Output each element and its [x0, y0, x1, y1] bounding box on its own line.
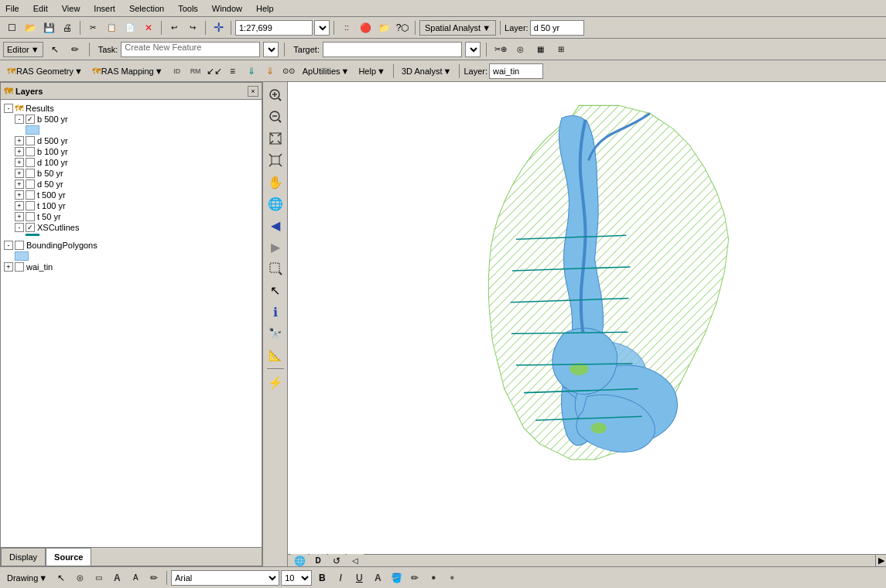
font-select[interactable]: Arial: [171, 570, 279, 586]
edit-btn3[interactable]: ▦: [532, 41, 549, 58]
wai-checkbox[interactable]: [15, 262, 24, 272]
list-item[interactable]: + t 50 yr: [4, 211, 258, 222]
tool1[interactable]: ::: [338, 19, 355, 36]
lightning-btn[interactable]: ⚡: [265, 372, 286, 392]
tool2[interactable]: 🔴: [357, 19, 374, 36]
edit-btn2[interactable]: ◎: [512, 41, 529, 58]
edit-btn1[interactable]: ✂⊕: [492, 41, 509, 58]
target-dropdown[interactable]: ▼: [465, 42, 481, 57]
measure-btn[interactable]: 📐: [265, 345, 286, 365]
list-item[interactable]: + d 500 yr: [4, 135, 258, 146]
full-extent-btn[interactable]: [265, 128, 286, 149]
sketch-tool[interactable]: ✏: [67, 41, 84, 58]
analyst-3d-btn[interactable]: 3D Analyst ▼: [398, 63, 455, 79]
spatial-analyst-btn[interactable]: Spatial Analyst ▼: [419, 20, 496, 36]
paste-btn[interactable]: 📄: [121, 19, 139, 36]
identify-btn[interactable]: ℹ: [265, 302, 286, 322]
drawing-pointer[interactable]: ↖: [53, 569, 70, 586]
t50-checkbox[interactable]: [26, 212, 35, 221]
font-color-btn[interactable]: A: [369, 569, 386, 586]
editor-dropdown[interactable]: Editor ▼: [3, 42, 43, 57]
pointer-btn[interactable]: ↖: [265, 280, 286, 300]
scroll-right-btn[interactable]: ▶: [875, 555, 886, 566]
t100-checkbox[interactable]: [26, 201, 35, 210]
ras-lines-btn[interactable]: ≡: [224, 63, 241, 80]
list-item[interactable]: + b 50 yr: [4, 168, 258, 179]
expand-b50-btn[interactable]: +: [15, 169, 24, 178]
fill-btn[interactable]: 🪣: [388, 569, 405, 586]
drawing-dropdown[interactable]: Drawing ▼: [3, 570, 51, 586]
d100-checkbox[interactable]: [26, 158, 35, 167]
drawing-rect[interactable]: ▭: [90, 569, 107, 586]
expand-wai-btn[interactable]: +: [4, 262, 13, 272]
drawing-text-a2[interactable]: A: [127, 569, 144, 586]
expand-t100-btn[interactable]: +: [15, 201, 24, 210]
underline-btn[interactable]: U: [351, 569, 368, 586]
expand-d500-btn[interactable]: +: [15, 136, 24, 145]
scale-input[interactable]: [235, 20, 313, 36]
ras-arrow2-btn[interactable]: ⇓: [243, 63, 260, 80]
ras-arrow1-btn[interactable]: ↙↙: [206, 63, 223, 80]
ras-mapping-btn[interactable]: 🗺 RAS Mapping ▼: [88, 63, 167, 79]
dot2-btn[interactable]: •: [443, 569, 460, 586]
delete-btn[interactable]: ✕: [140, 19, 157, 36]
expand-xsc-btn[interactable]: -: [15, 223, 24, 232]
print-btn[interactable]: 🖨: [59, 19, 76, 36]
hyperlink-btn[interactable]: 🔭: [265, 323, 286, 344]
expand-d100-btn[interactable]: +: [15, 158, 24, 167]
back-btn[interactable]: ◀: [265, 215, 286, 235]
close-panel-btn[interactable]: ×: [248, 86, 258, 97]
expand-b500-btn[interactable]: -: [15, 115, 24, 124]
scroll-refresh-btn[interactable]: ↺: [328, 552, 345, 567]
layer-extent-btn[interactable]: [265, 150, 286, 170]
d500-checkbox[interactable]: [26, 136, 35, 145]
menu-edit[interactable]: Edit: [31, 3, 50, 14]
drawing-circle[interactable]: ◎: [71, 569, 88, 586]
undo-btn[interactable]: ↩: [166, 19, 183, 36]
list-item[interactable]: + d 50 yr: [4, 179, 258, 190]
zoom-in-btn[interactable]: [265, 85, 286, 105]
new-btn[interactable]: ☐: [3, 19, 20, 36]
scroll-left-btn[interactable]: ◁: [347, 552, 364, 567]
tool3[interactable]: 📁: [375, 19, 392, 36]
redo-btn[interactable]: ↪: [184, 19, 201, 36]
task-dropdown[interactable]: ▼: [263, 42, 279, 57]
drawing-text-a[interactable]: A: [108, 569, 125, 586]
list-item[interactable]: - b 500 yr: [4, 114, 258, 125]
target-field[interactable]: [323, 42, 462, 57]
t500-checkbox[interactable]: [26, 190, 35, 200]
list-item[interactable]: - 🗺 Results: [4, 103, 258, 114]
menu-tools[interactable]: Tools: [176, 3, 200, 14]
menu-window[interactable]: Window: [210, 3, 245, 14]
tool4[interactable]: ?⬡: [394, 19, 411, 36]
ras-node-btn[interactable]: ⊙⊙: [280, 63, 297, 80]
list-item[interactable]: + d 100 yr: [4, 157, 258, 168]
drawing-edit[interactable]: ✏: [145, 569, 162, 586]
dot-btn[interactable]: •: [425, 569, 442, 586]
scroll-d-btn[interactable]: D: [310, 552, 327, 567]
ap-utilities-btn[interactable]: ApUtilities ▼: [299, 63, 354, 79]
source-tab[interactable]: Source: [46, 548, 91, 566]
list-item[interactable]: - XSCutlines: [4, 222, 258, 233]
expand-t50-btn[interactable]: +: [15, 212, 24, 221]
task-field[interactable]: Create New Feature: [121, 42, 260, 57]
menu-selection[interactable]: Selection: [127, 3, 166, 14]
bold-btn[interactable]: B: [313, 569, 330, 586]
d50-checkbox[interactable]: [26, 179, 35, 189]
scale-dropdown[interactable]: ▼: [314, 20, 330, 36]
b100-checkbox[interactable]: [26, 147, 35, 156]
menu-help[interactable]: Help: [254, 3, 276, 14]
expand-results-btn[interactable]: -: [4, 104, 13, 113]
expand-t500-btn[interactable]: +: [15, 190, 24, 200]
menu-file[interactable]: File: [3, 3, 22, 14]
b50-checkbox[interactable]: [26, 169, 35, 178]
ras-layer-input[interactable]: [489, 63, 543, 79]
expand-d50-btn[interactable]: +: [15, 179, 24, 189]
forward-btn[interactable]: ▶: [265, 237, 286, 257]
list-item[interactable]: + wai_tin: [4, 262, 258, 272]
copy-btn[interactable]: 📋: [103, 19, 120, 36]
ras-id-btn[interactable]: ID: [169, 63, 186, 80]
scroll-globe-btn[interactable]: 🌐: [291, 552, 308, 567]
pan-btn[interactable]: ✋: [265, 172, 286, 192]
select-features-btn[interactable]: [265, 258, 286, 279]
